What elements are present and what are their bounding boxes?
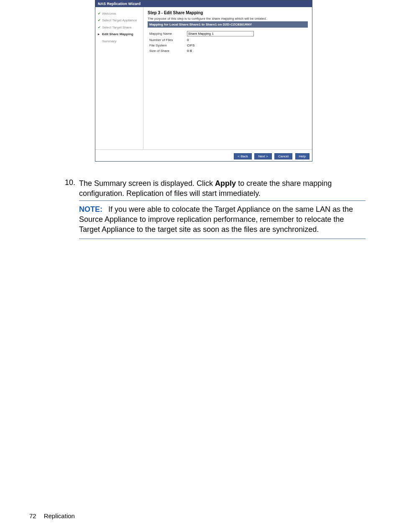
help-button[interactable]: Help — [295, 153, 309, 159]
next-button[interactable]: Next > — [254, 153, 271, 159]
cancel-button[interactable]: Cancel — [274, 153, 292, 159]
wizard-step-select-target-share[interactable]: Select Target Share — [98, 24, 141, 31]
wizard-step-welcome[interactable]: Welcome — [98, 10, 141, 17]
file-system-value: CIFS — [185, 43, 308, 48]
step-text-prefix: The Summary screen is displayed. Click — [79, 179, 215, 188]
wizard-button-bar: < Back Next > Cancel Help — [95, 149, 312, 161]
step-title: Step 3 - Edit Share Mapping — [148, 10, 308, 15]
wizard-screenshot: NAS Replication Wizard Welcome Select Ta… — [95, 0, 312, 162]
wizard-title-bar: NAS Replication Wizard — [95, 0, 312, 7]
apply-keyword: Apply — [215, 179, 236, 188]
back-button[interactable]: < Back — [234, 153, 252, 159]
step-number: 10. — [65, 178, 79, 239]
mapping-header: Mapping for Local Share:Share1 to Share1… — [148, 21, 308, 28]
instruction-step-10: 10. The Summary screen is displayed. Cli… — [65, 178, 366, 239]
mapping-name-label: Mapping Name — [148, 30, 185, 37]
num-files-value: 0 — [185, 37, 308, 43]
wizard-step-list: Welcome Select Target Appliance Select T… — [95, 7, 143, 149]
size-of-share-value: 0 B — [185, 48, 308, 54]
step-text: The Summary screen is displayed. Click A… — [79, 178, 366, 239]
properties-table: Mapping Name Number of Files 0 File Syst… — [148, 30, 308, 54]
wizard-step-select-target-appliance[interactable]: Select Target Appliance — [98, 17, 141, 24]
page-number: 72 — [29, 512, 44, 519]
size-of-share-label: Size of Share — [148, 48, 185, 54]
mapping-name-input[interactable] — [187, 31, 254, 36]
file-system-label: File System — [148, 43, 185, 48]
note-text: If you were able to colocate the Target … — [79, 205, 353, 234]
step-description: The purpose of this step is to configure… — [148, 17, 308, 21]
note-label: NOTE: — [79, 205, 108, 213]
wizard-step-edit-share-mapping[interactable]: Edit Share Mapping — [98, 31, 141, 38]
wizard-step-summary[interactable]: Summary — [98, 38, 141, 45]
section-name: Replication — [44, 512, 75, 519]
note-box: NOTE:If you were able to colocate the Ta… — [79, 200, 366, 239]
num-files-label: Number of Files — [148, 37, 185, 43]
page-footer: 72Replication — [29, 512, 75, 519]
